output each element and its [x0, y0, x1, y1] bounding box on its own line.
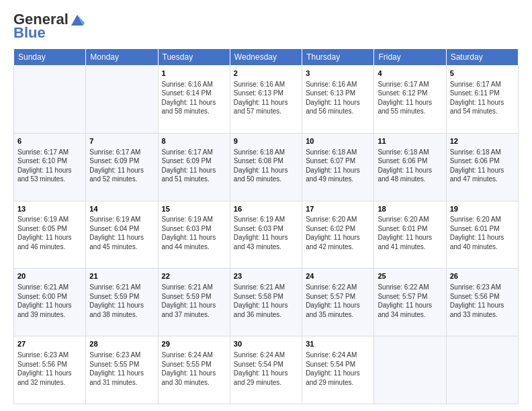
day-number: 28: [89, 339, 154, 349]
page: General Blue SundayMondayTuesdayWednesda…: [0, 0, 532, 411]
calendar-cell: 23Sunrise: 6:21 AM Sunset: 5:58 PM Dayli…: [230, 269, 302, 336]
day-number: 17: [306, 204, 370, 214]
col-header-thursday: Thursday: [302, 49, 374, 66]
logo-icon: [70, 13, 85, 26]
day-info: Sunrise: 6:20 AM Sunset: 6:02 PM Dayligh…: [306, 215, 370, 251]
day-info: Sunrise: 6:17 AM Sunset: 6:09 PM Dayligh…: [89, 148, 154, 184]
day-number: 11: [378, 136, 442, 146]
day-info: Sunrise: 6:16 AM Sunset: 6:13 PM Dayligh…: [234, 80, 298, 116]
day-number: 22: [162, 271, 226, 281]
calendar-cell: 30Sunrise: 6:24 AM Sunset: 5:54 PM Dayli…: [230, 336, 302, 404]
calendar-cell: [14, 66, 86, 134]
day-info: Sunrise: 6:17 AM Sunset: 6:11 PM Dayligh…: [450, 80, 515, 116]
day-info: Sunrise: 6:19 AM Sunset: 6:03 PM Dayligh…: [234, 215, 298, 251]
day-info: Sunrise: 6:24 AM Sunset: 5:55 PM Dayligh…: [162, 351, 226, 387]
calendar-cell: 1Sunrise: 6:16 AM Sunset: 6:14 PM Daylig…: [158, 66, 230, 134]
day-number: 1: [162, 68, 226, 79]
calendar-cell: 24Sunrise: 6:22 AM Sunset: 5:57 PM Dayli…: [302, 269, 374, 336]
day-number: 29: [162, 339, 226, 349]
day-number: 18: [378, 204, 442, 214]
day-info: Sunrise: 6:21 AM Sunset: 5:59 PM Dayligh…: [89, 283, 154, 319]
day-info: Sunrise: 6:21 AM Sunset: 5:58 PM Dayligh…: [234, 283, 298, 319]
day-info: Sunrise: 6:20 AM Sunset: 6:01 PM Dayligh…: [378, 215, 442, 251]
day-info: Sunrise: 6:20 AM Sunset: 6:01 PM Dayligh…: [450, 215, 515, 251]
day-number: 14: [89, 204, 154, 214]
day-info: Sunrise: 6:22 AM Sunset: 5:57 PM Dayligh…: [306, 283, 370, 319]
day-number: 2: [234, 68, 298, 79]
calendar-cell: [446, 336, 518, 404]
day-info: Sunrise: 6:21 AM Sunset: 6:00 PM Dayligh…: [17, 283, 82, 319]
day-number: 16: [234, 204, 298, 214]
calendar-cell: [374, 336, 446, 404]
logo-blue: Blue: [13, 24, 46, 42]
day-info: Sunrise: 6:18 AM Sunset: 6:06 PM Dayligh…: [450, 148, 515, 184]
calendar-table: SundayMondayTuesdayWednesdayThursdayFrid…: [13, 48, 519, 404]
calendar-cell: 25Sunrise: 6:22 AM Sunset: 5:57 PM Dayli…: [374, 269, 446, 336]
day-number: 19: [450, 204, 515, 214]
day-number: 31: [306, 339, 370, 349]
calendar-week-1: 1Sunrise: 6:16 AM Sunset: 6:14 PM Daylig…: [14, 66, 519, 134]
day-info: Sunrise: 6:17 AM Sunset: 6:09 PM Dayligh…: [162, 148, 226, 184]
calendar-cell: 3Sunrise: 6:16 AM Sunset: 6:13 PM Daylig…: [302, 66, 374, 134]
day-info: Sunrise: 6:17 AM Sunset: 6:10 PM Dayligh…: [17, 148, 82, 184]
day-number: 4: [378, 68, 442, 79]
calendar-cell: 4Sunrise: 6:17 AM Sunset: 6:12 PM Daylig…: [374, 66, 446, 134]
day-number: 20: [17, 271, 82, 281]
day-number: 25: [378, 271, 442, 281]
calendar-cell: 28Sunrise: 6:23 AM Sunset: 5:55 PM Dayli…: [86, 336, 158, 404]
calendar-cell: 12Sunrise: 6:18 AM Sunset: 6:06 PM Dayli…: [446, 133, 518, 201]
day-info: Sunrise: 6:23 AM Sunset: 5:55 PM Dayligh…: [89, 351, 154, 387]
calendar-cell: 31Sunrise: 6:24 AM Sunset: 5:54 PM Dayli…: [302, 336, 374, 404]
day-number: 5: [450, 68, 515, 79]
day-info: Sunrise: 6:24 AM Sunset: 5:54 PM Dayligh…: [306, 351, 370, 387]
calendar-cell: 19Sunrise: 6:20 AM Sunset: 6:01 PM Dayli…: [446, 201, 518, 269]
calendar-cell: 15Sunrise: 6:19 AM Sunset: 6:03 PM Dayli…: [158, 201, 230, 269]
calendar-cell: 16Sunrise: 6:19 AM Sunset: 6:03 PM Dayli…: [230, 201, 302, 269]
calendar-cell: 8Sunrise: 6:17 AM Sunset: 6:09 PM Daylig…: [158, 133, 230, 201]
day-info: Sunrise: 6:19 AM Sunset: 6:04 PM Dayligh…: [89, 215, 154, 251]
day-number: 24: [306, 271, 370, 281]
day-info: Sunrise: 6:23 AM Sunset: 5:56 PM Dayligh…: [450, 283, 515, 319]
col-header-tuesday: Tuesday: [158, 49, 230, 66]
day-info: Sunrise: 6:19 AM Sunset: 6:05 PM Dayligh…: [17, 215, 82, 251]
day-number: 9: [234, 136, 298, 146]
day-number: 27: [17, 339, 82, 349]
calendar-cell: 21Sunrise: 6:21 AM Sunset: 5:59 PM Dayli…: [86, 269, 158, 336]
calendar-week-5: 27Sunrise: 6:23 AM Sunset: 5:56 PM Dayli…: [14, 336, 519, 404]
header: General Blue: [13, 11, 519, 42]
calendar-week-4: 20Sunrise: 6:21 AM Sunset: 6:00 PM Dayli…: [14, 269, 519, 336]
day-info: Sunrise: 6:24 AM Sunset: 5:54 PM Dayligh…: [234, 351, 298, 387]
day-number: 13: [17, 204, 82, 214]
day-number: 12: [450, 136, 515, 146]
day-info: Sunrise: 6:21 AM Sunset: 5:59 PM Dayligh…: [162, 283, 226, 319]
day-number: 30: [234, 339, 298, 349]
day-info: Sunrise: 6:16 AM Sunset: 6:14 PM Dayligh…: [162, 80, 226, 116]
day-info: Sunrise: 6:17 AM Sunset: 6:12 PM Dayligh…: [378, 80, 442, 116]
col-header-monday: Monday: [86, 49, 158, 66]
calendar-cell: 2Sunrise: 6:16 AM Sunset: 6:13 PM Daylig…: [230, 66, 302, 134]
calendar-cell: 22Sunrise: 6:21 AM Sunset: 5:59 PM Dayli…: [158, 269, 230, 336]
calendar-cell: 29Sunrise: 6:24 AM Sunset: 5:55 PM Dayli…: [158, 336, 230, 404]
day-info: Sunrise: 6:16 AM Sunset: 6:13 PM Dayligh…: [306, 80, 370, 116]
calendar-cell: 11Sunrise: 6:18 AM Sunset: 6:06 PM Dayli…: [374, 133, 446, 201]
day-number: 15: [162, 204, 226, 214]
col-header-saturday: Saturday: [446, 49, 518, 66]
day-info: Sunrise: 6:23 AM Sunset: 5:56 PM Dayligh…: [17, 351, 82, 387]
calendar-cell: 13Sunrise: 6:19 AM Sunset: 6:05 PM Dayli…: [14, 201, 86, 269]
day-info: Sunrise: 6:22 AM Sunset: 5:57 PM Dayligh…: [378, 283, 442, 319]
calendar-cell: 18Sunrise: 6:20 AM Sunset: 6:01 PM Dayli…: [374, 201, 446, 269]
calendar-cell: 17Sunrise: 6:20 AM Sunset: 6:02 PM Dayli…: [302, 201, 374, 269]
calendar-header-row: SundayMondayTuesdayWednesdayThursdayFrid…: [14, 49, 519, 66]
day-number: 6: [17, 136, 82, 146]
day-number: 7: [89, 136, 154, 146]
day-info: Sunrise: 6:18 AM Sunset: 6:07 PM Dayligh…: [306, 148, 370, 184]
logo: General Blue: [13, 11, 85, 42]
calendar-week-3: 13Sunrise: 6:19 AM Sunset: 6:05 PM Dayli…: [14, 201, 519, 269]
day-number: 23: [234, 271, 298, 281]
day-info: Sunrise: 6:18 AM Sunset: 6:08 PM Dayligh…: [234, 148, 298, 184]
day-number: 3: [306, 68, 370, 79]
calendar-cell: 7Sunrise: 6:17 AM Sunset: 6:09 PM Daylig…: [86, 133, 158, 201]
calendar-cell: 5Sunrise: 6:17 AM Sunset: 6:11 PM Daylig…: [446, 66, 518, 134]
col-header-wednesday: Wednesday: [230, 49, 302, 66]
calendar-cell: [86, 66, 158, 134]
